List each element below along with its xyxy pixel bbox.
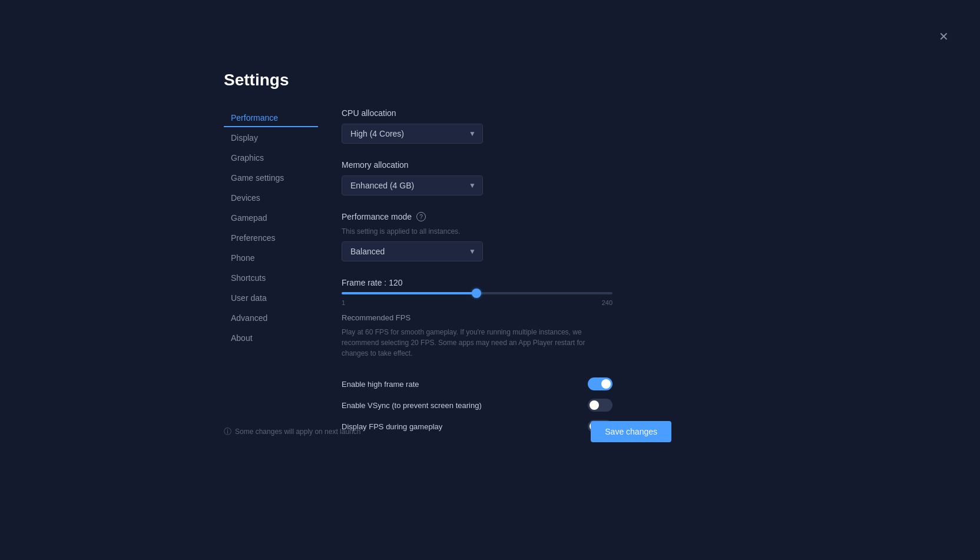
- performance-mode-label: Performance mode: [342, 212, 412, 221]
- close-button[interactable]: ✕: [935, 28, 952, 45]
- sidebar-item-graphics[interactable]: Graphics: [224, 148, 318, 167]
- performance-mode-select[interactable]: Power SaverBalancedHigh Performance: [342, 241, 483, 261]
- slider-limits: 1 240: [342, 299, 612, 306]
- sidebar-item-about[interactable]: About: [224, 329, 318, 347]
- recommended-fps-title: Recommended FPS: [342, 313, 671, 322]
- memory-select[interactable]: Low (1 GB)Medium (2 GB)Enhanced (4 GB)Hi…: [342, 175, 483, 195]
- help-icon[interactable]: ?: [416, 212, 426, 221]
- toggle-row-high-frame-rate: Enable high frame rate: [342, 377, 612, 390]
- slider-min: 1: [342, 299, 345, 306]
- cpu-select[interactable]: Low (1 Core)Medium (2 Cores)High (4 Core…: [342, 124, 483, 144]
- performance-mode-label-row: Performance mode ?: [342, 212, 671, 221]
- toggle-label-vsync: Enable VSync (to prevent screen tearing): [342, 401, 482, 410]
- recommended-fps-text: Play at 60 FPS for smooth gameplay. If y…: [342, 327, 612, 359]
- sidebar-item-devices[interactable]: Devices: [224, 188, 318, 207]
- main-content: CPU allocation Low (1 Core)Medium (2 Cor…: [342, 108, 671, 433]
- cpu-section: CPU allocation Low (1 Core)Medium (2 Cor…: [342, 108, 671, 144]
- sidebar-item-gamepad[interactable]: Gamepad: [224, 208, 318, 227]
- settings-title: Settings: [224, 71, 671, 90]
- cpu-select-wrapper: Low (1 Core)Medium (2 Cores)High (4 Core…: [342, 124, 483, 144]
- performance-mode-section: Performance mode ? This setting is appli…: [342, 212, 671, 261]
- frame-rate-label: Frame rate : 120: [342, 278, 671, 287]
- toggle-thumb-high-frame-rate: [601, 379, 611, 389]
- footer-note-text: Some changes will apply on next launch: [235, 428, 360, 436]
- sidebar-item-user-data[interactable]: User data: [224, 289, 318, 307]
- sidebar-item-phone[interactable]: Phone: [224, 248, 318, 267]
- memory-section: Memory allocation Low (1 GB)Medium (2 GB…: [342, 160, 671, 195]
- cpu-label: CPU allocation: [342, 108, 671, 118]
- toggle-row-vsync: Enable VSync (to prevent screen tearing): [342, 399, 612, 412]
- memory-select-wrapper: Low (1 GB)Medium (2 GB)Enhanced (4 GB)Hi…: [342, 175, 483, 195]
- performance-mode-subtext: This setting is applied to all instances…: [342, 227, 671, 236]
- frame-rate-section: Frame rate : 120 1 240 Recommended FPS P…: [342, 278, 671, 359]
- settings-container: Settings PerformanceDisplayGraphicsGame …: [224, 71, 671, 433]
- toggle-thumb-vsync: [590, 400, 599, 410]
- sidebar-item-shortcuts[interactable]: Shortcuts: [224, 269, 318, 287]
- footer-note: ⓘ Some changes will apply on next launch: [224, 426, 360, 437]
- save-changes-button[interactable]: Save changes: [591, 421, 671, 442]
- sidebar-item-performance[interactable]: Performance: [224, 108, 318, 127]
- toggle-track-high-frame-rate[interactable]: [588, 377, 612, 390]
- info-icon: ⓘ: [224, 426, 231, 437]
- memory-label: Memory allocation: [342, 160, 671, 170]
- performance-mode-select-wrapper: Power SaverBalancedHigh Performance ▼: [342, 241, 483, 261]
- toggle-switch-vsync[interactable]: [588, 399, 612, 412]
- toggle-track-vsync[interactable]: [588, 399, 612, 412]
- slider-row: [342, 292, 612, 294]
- settings-body: PerformanceDisplayGraphicsGame settingsD…: [224, 108, 671, 433]
- close-icon: ✕: [939, 29, 949, 44]
- sidebar-item-advanced[interactable]: Advanced: [224, 309, 318, 327]
- toggle-label-high-frame-rate: Enable high frame rate: [342, 380, 419, 389]
- sidebar-item-preferences[interactable]: Preferences: [224, 228, 318, 247]
- frame-rate-slider[interactable]: [342, 292, 612, 294]
- footer: ⓘ Some changes will apply on next launch…: [224, 421, 671, 442]
- slider-max: 240: [602, 299, 612, 306]
- toggle-switch-high-frame-rate[interactable]: [588, 377, 612, 390]
- sidebar: PerformanceDisplayGraphicsGame settingsD…: [224, 108, 318, 433]
- sidebar-item-game-settings[interactable]: Game settings: [224, 168, 318, 187]
- sidebar-item-display[interactable]: Display: [224, 128, 318, 147]
